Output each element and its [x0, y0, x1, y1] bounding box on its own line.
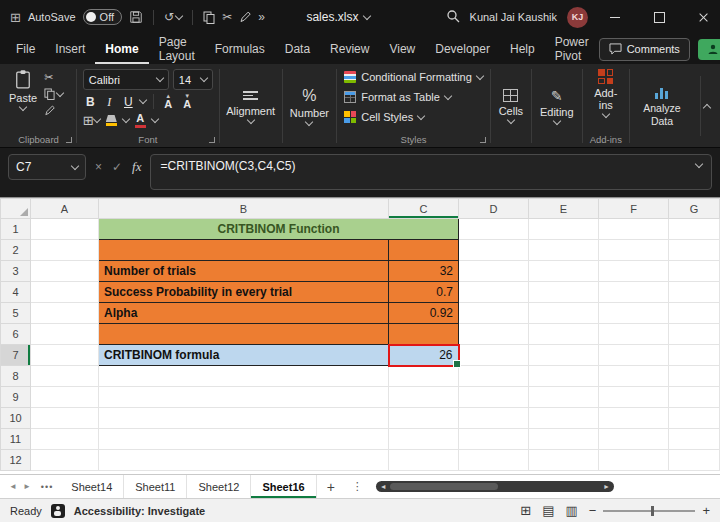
cell[interactable]	[599, 240, 669, 261]
cell[interactable]	[529, 450, 599, 471]
italic-button[interactable]: I	[102, 94, 117, 109]
cut-button[interactable]: ✂	[44, 72, 63, 83]
addins-button[interactable]: Add-ins	[585, 67, 626, 119]
cell[interactable]	[459, 450, 529, 471]
cell[interactable]	[459, 408, 529, 429]
user-name[interactable]: Kunal Jai Kaushik	[470, 11, 557, 23]
cell[interactable]	[31, 282, 99, 303]
cell[interactable]	[459, 219, 529, 240]
row-header-8[interactable]: 8	[1, 366, 31, 387]
cell[interactable]	[99, 408, 389, 429]
sheet-tab-sheet16-active[interactable]: Sheet16	[251, 475, 316, 498]
cell[interactable]	[459, 324, 529, 345]
format-painter-button[interactable]	[239, 11, 251, 23]
tab-view[interactable]: View	[379, 34, 425, 64]
cell-B5[interactable]: Alpha	[99, 303, 389, 324]
cancel-entry-icon[interactable]: ×	[95, 160, 102, 174]
cell[interactable]	[99, 387, 389, 408]
cell[interactable]	[529, 324, 599, 345]
cell[interactable]	[459, 303, 529, 324]
copy-button[interactable]	[203, 11, 215, 24]
cell[interactable]	[529, 345, 599, 366]
all-sheets-button[interactable]: •••	[34, 482, 60, 492]
autosave-toggle[interactable]: Off	[83, 9, 122, 25]
cell[interactable]	[599, 345, 669, 366]
cell[interactable]	[99, 366, 389, 387]
cell[interactable]	[599, 450, 669, 471]
cell[interactable]	[529, 408, 599, 429]
row-header-9[interactable]: 9	[1, 387, 31, 408]
cell[interactable]	[529, 261, 599, 282]
paste-button[interactable]: Paste	[4, 67, 42, 112]
bold-button[interactable]: B	[83, 94, 98, 109]
cell[interactable]	[459, 387, 529, 408]
underline-button[interactable]: U	[121, 94, 136, 109]
dialog-launcher-icon[interactable]	[480, 137, 486, 143]
cell[interactable]	[599, 282, 669, 303]
cell[interactable]	[669, 450, 720, 471]
cell[interactable]	[599, 366, 669, 387]
grow-font-button[interactable]: ▲ A	[161, 94, 176, 109]
column-header-B[interactable]: B	[99, 199, 389, 219]
cell-B4[interactable]: Success Probability in every trial	[99, 282, 389, 303]
tab-insert[interactable]: Insert	[45, 34, 95, 64]
cell-C6[interactable]	[389, 324, 459, 345]
font-size-combo[interactable]: 14	[173, 69, 213, 90]
format-as-table-button[interactable]: Format as Table	[340, 87, 487, 107]
cell[interactable]	[31, 261, 99, 282]
dialog-launcher-icon[interactable]	[209, 137, 215, 143]
cell[interactable]	[669, 387, 720, 408]
cell[interactable]	[459, 282, 529, 303]
row-header-12[interactable]: 12	[1, 450, 31, 471]
analyze-data-button[interactable]: Analyze Data	[633, 83, 691, 128]
tab-scroll-left-icon[interactable]: ◄	[6, 482, 20, 491]
row-header-4[interactable]: 4	[1, 282, 31, 303]
cell-B2[interactable]	[99, 240, 389, 261]
editing-button[interactable]: ✎ Editing	[535, 87, 579, 126]
app-launcher-icon[interactable]: ⊞	[10, 11, 21, 24]
cells-button[interactable]: Cells	[494, 87, 529, 125]
column-header-E[interactable]: E	[529, 199, 599, 219]
row-header-1[interactable]: 1	[1, 219, 31, 240]
cell-B3[interactable]: Number of trials	[99, 261, 389, 282]
minimize-button[interactable]	[598, 0, 632, 34]
cell-C5[interactable]: 0.92	[389, 303, 459, 324]
new-sheet-button[interactable]: +	[317, 479, 345, 495]
cell-C2[interactable]	[389, 240, 459, 261]
tab-review[interactable]: Review	[320, 34, 379, 64]
row-header-10[interactable]: 10	[1, 408, 31, 429]
cell-styles-button[interactable]: Cell Styles	[340, 107, 487, 127]
alignment-button[interactable]: Alignment	[223, 87, 279, 126]
cell-C3[interactable]: 32	[389, 261, 459, 282]
page-layout-view-icon[interactable]: ▤	[542, 504, 554, 517]
undo-button[interactable]: ↺	[164, 11, 182, 23]
font-color-button[interactable]: A	[133, 113, 148, 128]
cell[interactable]	[529, 303, 599, 324]
insert-function-button[interactable]: fx	[132, 159, 141, 175]
format-painter-button[interactable]	[44, 105, 63, 116]
cell[interactable]	[669, 345, 720, 366]
tab-formulas[interactable]: Formulas	[205, 34, 275, 64]
cell[interactable]	[669, 240, 720, 261]
row-header-5[interactable]: 5	[1, 303, 31, 324]
cell-B6[interactable]	[99, 324, 389, 345]
scroll-left-icon[interactable]: ◄	[380, 483, 387, 490]
document-title[interactable]: sales.xlsx	[306, 10, 358, 24]
row-header-6[interactable]: 6	[1, 324, 31, 345]
cell[interactable]	[31, 345, 99, 366]
cell[interactable]	[459, 240, 529, 261]
cell[interactable]	[31, 303, 99, 324]
cell[interactable]	[389, 429, 459, 450]
cell[interactable]	[669, 282, 720, 303]
select-all-corner[interactable]	[1, 199, 31, 219]
cell[interactable]	[669, 324, 720, 345]
cell[interactable]	[669, 366, 720, 387]
share-button[interactable]	[698, 39, 720, 60]
cell[interactable]	[529, 240, 599, 261]
fill-color-button[interactable]	[104, 113, 119, 128]
cell[interactable]	[669, 261, 720, 282]
tab-scroll-right-icon[interactable]: ►	[20, 482, 34, 491]
cell[interactable]	[669, 429, 720, 450]
cell[interactable]	[99, 429, 389, 450]
chevron-down-icon[interactable]	[151, 115, 159, 123]
